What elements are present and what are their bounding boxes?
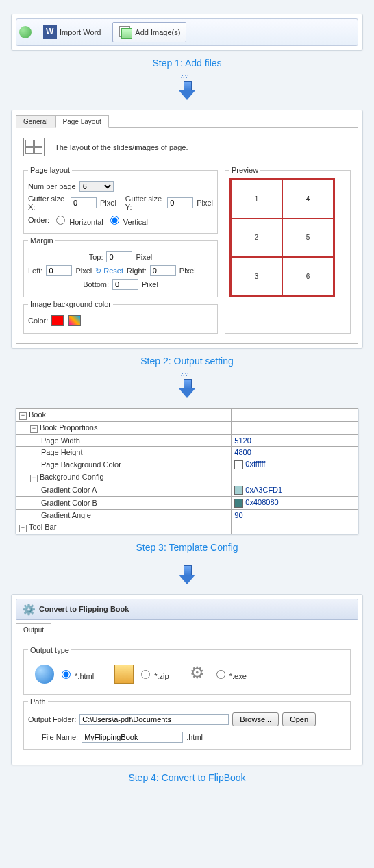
order-vertical[interactable]: Vertical	[107, 214, 148, 226]
path-legend: Path	[28, 697, 48, 706]
tab-page-layout[interactable]: Page Layout	[55, 115, 109, 128]
file-name-label: File Name:	[42, 733, 78, 741]
margin-top-input[interactable]	[106, 251, 132, 262]
bgcolor-fieldset: Image background color Color:	[23, 300, 218, 334]
file-name-input[interactable]	[82, 732, 183, 743]
tab-general[interactable]: General	[16, 115, 55, 128]
step2-label: Step 2: Output setting	[7, 356, 367, 367]
preview-cell: 3	[231, 257, 282, 296]
add-images-label: Add Image(s)	[135, 28, 180, 36]
step2-panel: General Page Layout The layout of the sl…	[11, 110, 363, 349]
step1-label: Step 1: Add files	[7, 58, 367, 69]
margin-legend: Margin	[28, 236, 55, 245]
output-type-legend: Output type	[28, 646, 71, 654]
preview-cell: 6	[282, 257, 334, 296]
arrow-1: ∴∵	[7, 74, 367, 103]
pixel-label-6: Pixel	[142, 280, 158, 288]
margin-top-label: Top:	[89, 253, 103, 261]
color-picker-icon[interactable]	[68, 315, 81, 326]
output-folder-label: Output Folder:	[28, 715, 76, 723]
tree-toggle-icon[interactable]: +	[19, 525, 27, 532]
tree-toggle-icon[interactable]: −	[19, 412, 27, 420]
output-folder-input[interactable]	[79, 714, 229, 725]
config-row[interactable]: −Book	[16, 409, 358, 422]
tree-toggle-icon[interactable]: −	[30, 425, 38, 433]
margin-right-input[interactable]	[150, 265, 176, 276]
toolbar: Import Word Add Image(s)	[16, 18, 358, 46]
config-table: −Book−Book ProportionsPage Width5120Page…	[16, 408, 358, 534]
path-fieldset: Path Output Folder: Browse... Open File …	[23, 697, 351, 750]
file-ext: .html	[186, 733, 203, 741]
config-row[interactable]: Gradient Color B0x408080	[16, 497, 358, 510]
layout-desc: The layout of the slides/images of page.	[55, 143, 188, 151]
config-row[interactable]: +Tool Bar	[16, 521, 358, 534]
config-row[interactable]: Page Height4800	[16, 447, 358, 458]
gutter-x-label: Gutter size X:	[28, 195, 67, 211]
help-icon[interactable]	[19, 26, 32, 38]
preview-grid: 1 4 2 5 3 6	[229, 178, 335, 297]
add-images-button[interactable]: Add Image(s)	[112, 22, 186, 42]
output-exe[interactable]: *.exe	[213, 668, 247, 680]
import-word-button[interactable]: Import Word	[37, 22, 107, 42]
margin-bottom-label: Bottom:	[83, 280, 109, 288]
layout-thumb-icon	[23, 138, 45, 156]
arrow-3: ∴∵	[7, 558, 367, 587]
browse-button[interactable]: Browse...	[232, 712, 279, 726]
pixel-label-4: Pixel	[75, 266, 92, 275]
num-per-page-select[interactable]: 6	[79, 181, 114, 192]
color-swatch[interactable]	[51, 315, 64, 326]
preview-cell: 4	[282, 179, 334, 219]
step4-panel: ⚙️ Convert to Flipping Book Output Outpu…	[11, 594, 363, 765]
open-button[interactable]: Open	[282, 712, 316, 726]
order-label: Order:	[28, 216, 49, 224]
preview-cell: 1	[231, 179, 282, 219]
num-per-page-label: Num per page	[28, 182, 76, 190]
tab-output[interactable]: Output	[16, 623, 51, 636]
preview-fieldset: Preview 1 4 2 5 3 6	[225, 166, 351, 334]
globe-icon	[35, 665, 54, 684]
step1-panel: Import Word Add Image(s)	[11, 14, 363, 51]
config-row[interactable]: −Book Proportions	[16, 422, 358, 435]
margin-fieldset: Margin Top: Pixel Left: Pixel ↻ Reset Ri…	[23, 236, 218, 297]
config-row[interactable]: Page Width5120	[16, 435, 358, 447]
gutter-y-label: Gutter size Y:	[125, 195, 164, 211]
dialog-title: Convert to Flipping Book	[39, 605, 129, 613]
pixel-label-3: Pixel	[136, 253, 152, 261]
output-html[interactable]: *.html	[58, 668, 94, 680]
arrow-2: ∴∵	[7, 372, 367, 401]
output-tab-content: Output type *.html *.zip *.exe Path	[16, 636, 358, 760]
preview-legend: Preview	[229, 166, 260, 174]
order-horizontal[interactable]: Horizontal	[53, 214, 103, 226]
color-swatch	[234, 499, 243, 508]
step3-label: Step 3: Template Config	[7, 542, 367, 553]
page-layout-legend: Page layout	[28, 166, 72, 174]
config-row[interactable]: Gradient Color A0xA3CFD1	[16, 484, 358, 497]
image-icon	[119, 25, 132, 39]
output-tabs: Output	[16, 623, 358, 636]
margin-left-input[interactable]	[46, 265, 72, 276]
config-row[interactable]: Gradient Angle90	[16, 509, 358, 521]
color-swatch	[234, 460, 243, 469]
tab-content: The layout of the slides/images of page.…	[16, 128, 358, 344]
page-layout-fieldset: Page layout Num per page 6 Gutter size X…	[23, 166, 218, 234]
step3-panel: −Book−Book ProportionsPage Width5120Page…	[15, 408, 359, 535]
tree-toggle-icon[interactable]: −	[30, 475, 38, 482]
import-word-label: Import Word	[60, 28, 101, 36]
gutter-y-input[interactable]	[167, 197, 193, 208]
margin-bottom-input[interactable]	[112, 279, 138, 290]
output-type-fieldset: Output type *.html *.zip *.exe	[23, 646, 351, 695]
preview-cell: 5	[282, 219, 334, 258]
pixel-label-2: Pixel	[197, 199, 213, 207]
gutter-x-input[interactable]	[71, 197, 97, 208]
config-row[interactable]: −Background Config	[16, 471, 358, 484]
color-label: Color:	[28, 317, 48, 325]
gear-icon: ⚙️	[22, 603, 36, 616]
exe-icon	[190, 665, 209, 684]
output-zip[interactable]: *.zip	[138, 668, 169, 680]
tabs: General Page Layout	[16, 114, 358, 128]
config-row[interactable]: Page Background Color0xffffff	[16, 458, 358, 471]
pixel-label-5: Pixel	[179, 266, 196, 275]
bgcolor-legend: Image background color	[28, 300, 113, 308]
reset-button[interactable]: ↻ Reset	[95, 266, 123, 275]
margin-right-label: Right:	[127, 266, 147, 275]
